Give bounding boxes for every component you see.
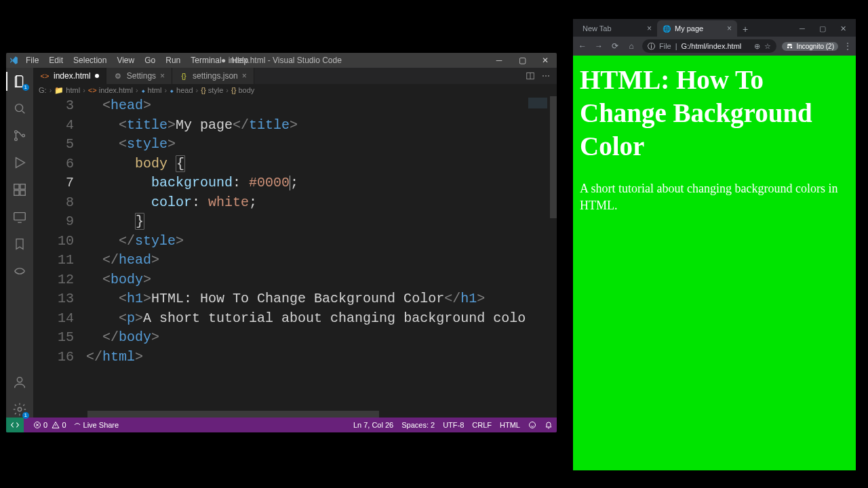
remote-indicator[interactable] [6,418,24,432]
svg-point-0 [16,104,23,112]
bookmarks-icon[interactable] [12,236,28,252]
remote-explorer-icon[interactable] [12,209,28,225]
status-eol[interactable]: CRLF [472,421,492,429]
code-line[interactable]: <title>My page</title> [86,116,557,136]
close-tab-icon[interactable]: × [727,24,732,33]
breadcrumb[interactable]: G:›📁 html›<> index.html›⬥ html›⬥ head›{}… [33,84,557,96]
menu-selection[interactable]: Selection [68,54,111,67]
minimap[interactable] [526,96,550,411]
window-minimize-button[interactable]: ─ [488,53,511,68]
browser-minimize-button[interactable]: ─ [792,20,812,37]
file-icon: ⓘ [648,41,655,52]
menu-run[interactable]: Run [161,54,185,67]
browser-tab[interactable]: 🌐My page× [657,20,737,37]
code-line[interactable]: <body> [86,270,557,290]
code-line[interactable]: </style> [86,232,557,251]
back-button[interactable]: ← [577,41,588,51]
browser-toolbar: ← → ⟳ ⌂ ⓘ File | G:/html/index.html ⊕ ☆ … [573,37,856,56]
status-feedback-icon[interactable] [528,421,536,429]
accounts-icon[interactable] [12,374,28,390]
menu-view[interactable]: View [112,54,139,67]
svg-rect-7 [20,190,25,195]
svg-point-13 [530,422,536,428]
browser-tab[interactable]: New Tab× [577,20,657,37]
menu-terminal[interactable]: Terminal [186,54,226,67]
breadcrumb-segment[interactable]: {} body [231,86,254,94]
code-line[interactable]: <h1>HTML: How To Change Background Color… [86,289,557,309]
editor-tab[interactable]: {}settings.json× [172,68,254,84]
source-control-icon[interactable] [12,127,28,144]
status-problems[interactable]: 0 0 [33,421,66,429]
code-line[interactable]: body { [86,155,557,174]
code-line[interactable]: } [86,212,557,232]
chevron-right-icon: › [50,86,52,94]
status-encoding[interactable]: UTF-8 [443,421,464,429]
breadcrumb-segment[interactable]: ⬥ head [170,86,193,94]
status-indent[interactable]: Spaces: 2 [401,421,435,429]
breadcrumb-segment[interactable]: ⬥ html [141,86,162,94]
code-editor[interactable]: 345678910111213141516 <head> <title>My p… [33,96,557,411]
code-line[interactable]: </head> [86,251,557,270]
chevron-right-icon: › [196,86,199,94]
bookmark-star-icon[interactable]: ☆ [764,42,771,51]
code-line[interactable]: <head> [86,96,557,116]
window-close-button[interactable]: ✕ [534,53,557,68]
reload-button[interactable]: ⟳ [610,41,620,51]
live-share-icon[interactable] [12,263,28,279]
url-scheme: File [659,42,671,50]
new-tab-button[interactable]: + [737,22,753,37]
gear-icon: ⚙ [113,71,123,81]
more-actions-icon[interactable]: ⋯ [542,71,550,81]
search-in-page-icon[interactable]: ⊕ [754,42,760,51]
breadcrumb-segment[interactable]: 📁 html [54,86,80,95]
close-tab-icon[interactable]: × [647,24,652,33]
editor-tab[interactable]: <>index.html [33,68,106,84]
extensions-icon[interactable] [12,182,28,198]
breadcrumb-segment[interactable]: G: [39,86,47,94]
status-bar: 0 0 Live Share Ln 7, Col 26 Spaces: 2 UT… [6,418,557,432]
code-line[interactable]: </body> [86,328,557,348]
editor-tab[interactable]: ⚙Settings× [106,68,172,84]
code-line[interactable]: color: white; [86,193,557,213]
browser-close-button[interactable]: ✕ [833,20,853,37]
explorer-icon[interactable]: 1 [12,73,28,89]
menu-edit[interactable]: Edit [44,54,68,67]
vertical-scrollbar[interactable] [550,96,557,411]
chevron-right-icon: › [136,86,138,94]
browser-window: New Tab×🌐My page× + ─ ▢ ✕ ← → ⟳ ⌂ ⓘ File… [573,19,856,470]
breadcrumb-segment[interactable]: {} style [201,86,223,94]
forward-button[interactable]: → [593,41,604,51]
favicon-icon: 🌐 [663,24,671,33]
menu-go[interactable]: Go [140,54,160,67]
close-tab-icon[interactable]: × [242,71,247,81]
settings-gear-icon[interactable]: 1 [12,401,28,418]
menu-help[interactable]: Help [227,54,254,67]
browser-maximize-button[interactable]: ▢ [812,20,833,37]
chevron-right-icon: › [226,86,229,94]
status-bell-icon[interactable] [545,421,553,429]
search-icon[interactable] [12,100,28,117]
home-button[interactable]: ⌂ [626,41,637,51]
status-cursor-position[interactable]: Ln 7, Col 26 [353,421,393,429]
horizontal-scrollbar[interactable] [33,411,557,418]
code-line[interactable]: <style> [86,135,557,155]
browser-menu-icon[interactable]: ⋮ [844,41,852,51]
split-editor-icon[interactable] [526,71,535,81]
menu-file[interactable]: File [21,54,43,67]
address-bar[interactable]: ⓘ File | G:/html/index.html ⊕ ☆ [642,39,776,53]
svg-rect-6 [14,190,19,195]
breadcrumb-segment[interactable]: <> index.html [88,86,133,94]
run-debug-icon[interactable] [12,155,28,171]
status-live-share[interactable]: Live Share [73,421,119,429]
code-line[interactable]: <p>A short tutorial about changing backg… [86,309,557,329]
status-language[interactable]: HTML [500,421,520,429]
code-line[interactable]: background: #0000; [86,174,557,193]
tab-label: index.html [54,71,91,81]
close-tab-icon[interactable]: × [160,71,165,81]
code-line[interactable]: </html> [86,348,557,367]
chevron-right-icon: › [164,86,167,94]
modified-indicator-icon [95,74,99,78]
incognito-badge[interactable]: Incognito (2) [782,42,838,51]
window-maximize-button[interactable]: ▢ [511,53,534,68]
vscode-titlebar[interactable]: FileEditSelectionViewGoRunTerminalHelp ●… [6,53,557,68]
